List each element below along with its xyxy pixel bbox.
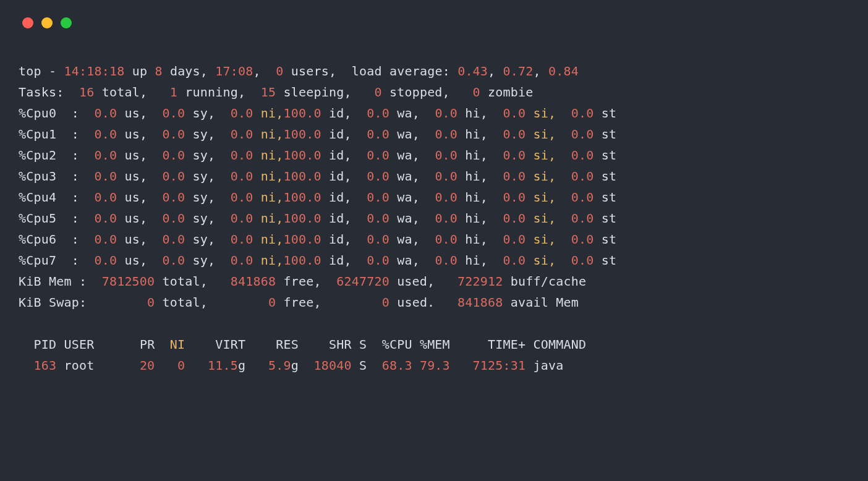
zoom-icon[interactable] <box>61 17 72 28</box>
cpu-line-0: %Cpu0 : 0.0 us, 0.0 sy, 0.0 ni,100.0 id,… <box>19 106 616 121</box>
tasks-line: Tasks: 16 total, 1 running, 15 sleeping,… <box>19 85 534 100</box>
cpu-line-5: %Cpu5 : 0.0 us, 0.0 sy, 0.0 ni,100.0 id,… <box>19 211 616 226</box>
mem-line: KiB Mem : 7812500 total, 841868 free, 62… <box>19 274 586 289</box>
table-header: PID USER PR NI VIRT RES SHR S %CPU %MEM … <box>19 337 586 352</box>
cpu-line-6: %Cpu6 : 0.0 us, 0.0 sy, 0.0 ni,100.0 id,… <box>19 232 616 247</box>
cpu-line-7: %Cpu7 : 0.0 us, 0.0 sy, 0.0 ni,100.0 id,… <box>19 253 616 268</box>
swap-line: KiB Swap: 0 total, 0 free, 0 used. 84186… <box>19 295 579 310</box>
terminal-output: top - 14:18:18 up 8 days, 17:08, 0 users… <box>19 61 849 376</box>
summary-line: top - 14:18:18 up 8 days, 17:08, 0 users… <box>19 64 579 79</box>
close-icon[interactable] <box>22 17 33 28</box>
cpu-line-4: %Cpu4 : 0.0 us, 0.0 sy, 0.0 ni,100.0 id,… <box>19 190 616 205</box>
cpu-line-2: %Cpu2 : 0.0 us, 0.0 sy, 0.0 ni,100.0 id,… <box>19 148 616 163</box>
cpu-line-1: %Cpu1 : 0.0 us, 0.0 sy, 0.0 ni,100.0 id,… <box>19 127 616 142</box>
cpu-line-3: %Cpu3 : 0.0 us, 0.0 sy, 0.0 ni,100.0 id,… <box>19 169 616 184</box>
table-row: 163 root 20 0 11.5g 5.9g 18040 S 68.3 79… <box>19 358 564 373</box>
minimize-icon[interactable] <box>41 17 53 28</box>
window-traffic-lights <box>22 17 849 28</box>
